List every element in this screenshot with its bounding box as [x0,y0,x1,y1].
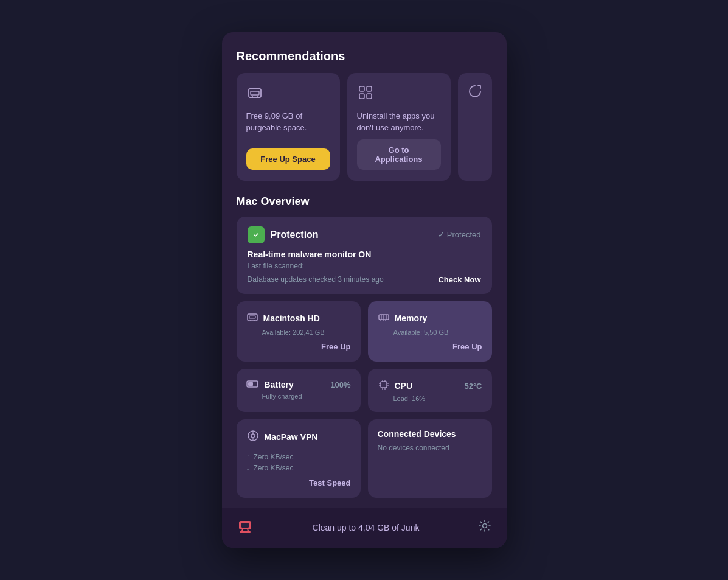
rec-text-apps: Uninstall the apps you don't use anymore… [357,111,441,133]
vpn-title: MacPaw VPN [265,432,318,442]
db-update-text: Database updates checked 3 minutes ago [248,275,384,284]
macintosh-hd-action: Free Up [246,341,351,352]
connected-devices-card: Connected Devices No devices connected [368,419,492,498]
vpn-download-speed: Zero KB/sec [254,464,294,472]
macintosh-hd-subtitle: Available: 202,41 GB [262,329,351,336]
battery-card: Battery 100% Fully charged [237,369,361,412]
battery-title: Battery [265,380,294,390]
macintosh-hd-card: Macintosh HD Available: 202,41 GB Free U… [237,301,361,362]
go-to-applications-button[interactable]: Go to Applications [357,139,441,170]
svg-rect-4 [359,86,364,91]
disk-icon [246,84,330,105]
battery-icon [246,379,260,391]
test-speed-button[interactable]: Test Speed [309,478,350,487]
cpu-row: CPU 52°C [378,379,482,394]
check-now-button[interactable]: Check Now [438,275,480,284]
rec-text-free-space: Free 9,09 GB of purgeable space. [246,111,330,142]
protected-badge: ✓ Protected [438,230,481,239]
macintosh-hd-header: Macintosh HD [246,311,351,326]
mac-overview-title: Mac Overview [237,195,492,208]
svg-point-32 [251,434,255,438]
settings-gear-icon[interactable] [478,519,491,536]
recommendations-title: Recommendations [237,49,492,63]
free-up-space-button[interactable]: Free Up Space [246,148,330,170]
cpu-card: CPU 52°C Load: 16% [368,369,492,412]
check-icon: ✓ [438,230,445,239]
protected-text: Protected [447,230,481,239]
hd-icon [246,311,258,326]
svg-rect-7 [367,94,372,99]
svg-rect-8 [248,314,257,321]
storage-memory-grid: Macintosh HD Available: 202,41 GB Free U… [237,301,492,362]
cpu-title: CPU [395,381,413,391]
protection-header: Protection ✓ Protected [248,226,481,243]
bottom-app-icon [237,517,254,538]
vpn-header: MacPaw VPN [246,429,351,445]
vpn-download-row: ↓ Zero KB/sec [246,464,351,472]
svg-rect-22 [381,382,387,388]
cpu-temperature: 52°C [464,382,482,391]
cpu-subtitle: Load: 16% [393,395,482,402]
rec-card-free-space: Free 9,09 GB of purgeable space. Free Up… [237,73,340,180]
memory-action: Free Up [378,341,482,352]
svg-rect-36 [241,523,249,528]
memory-card: Memory Available: 5,50 GB Free Up [368,301,492,362]
protection-left: Protection [248,226,319,243]
svg-rect-5 [367,86,372,91]
macintosh-hd-title: Macintosh HD [263,313,320,323]
memory-free-up-button[interactable]: Free Up [452,342,482,351]
db-update-row: Database updates checked 3 minutes ago C… [248,275,481,284]
svg-rect-1 [251,91,259,95]
bottom-junk-text: Clean up to 4,04 GB of Junk [313,523,420,533]
upload-arrow-icon: ↑ [246,453,250,461]
shield-icon [248,226,265,243]
battery-row: Battery 100% [246,379,351,391]
svg-rect-6 [359,94,364,99]
last-scanned: Last file scanned: [248,262,481,270]
memory-header: Memory [378,311,482,326]
malware-status: Real-time malware monitor ON [248,250,481,259]
battery-left: Battery [246,379,294,391]
connected-devices-title: Connected Devices [378,429,482,439]
svg-rect-20 [248,382,253,386]
vpn-icon [246,429,260,445]
vpn-connected-grid: MacPaw VPN ↑ Zero KB/sec ↓ Zero KB/sec T… [237,419,492,498]
memory-icon [378,311,390,326]
update-icon [468,84,482,102]
cpu-icon [378,379,390,394]
battery-cpu-grid: Battery 100% Fully charged [237,369,492,412]
battery-percentage: 100% [330,380,350,390]
memory-title: Memory [395,313,428,323]
rec-card-update [458,73,492,180]
svg-point-40 [483,524,487,528]
apps-icon [357,84,441,105]
memory-subtitle: Available: 5,50 GB [393,329,482,336]
app-window: Recommendations Free 9,09 GB of purgeabl… [222,32,507,547]
recommendations-row: Free 9,09 GB of purgeable space. Free Up… [237,73,492,180]
vpn-card: MacPaw VPN ↑ Zero KB/sec ↓ Zero KB/sec T… [237,419,361,498]
macintosh-hd-free-up-button[interactable]: Free Up [321,342,350,351]
rec-card-apps: Uninstall the apps you don't use anymore… [347,73,451,180]
battery-subtitle: Fully charged [262,393,351,400]
vpn-upload-row: ↑ Zero KB/sec [246,453,351,461]
vpn-action: Test Speed [246,477,351,488]
vpn-upload-speed: Zero KB/sec [254,453,294,461]
svg-rect-9 [249,316,255,318]
scroll-content: Recommendations Free 9,09 GB of purgeabl… [222,32,507,497]
protection-title: Protection [271,229,319,240]
cpu-left: CPU [378,379,413,394]
bottom-bar: Clean up to 4,04 GB of Junk [222,508,507,548]
protection-card: Protection ✓ Protected Real-time malware… [237,217,492,294]
connected-devices-empty: No devices connected [378,444,482,452]
download-arrow-icon: ↓ [246,464,250,472]
